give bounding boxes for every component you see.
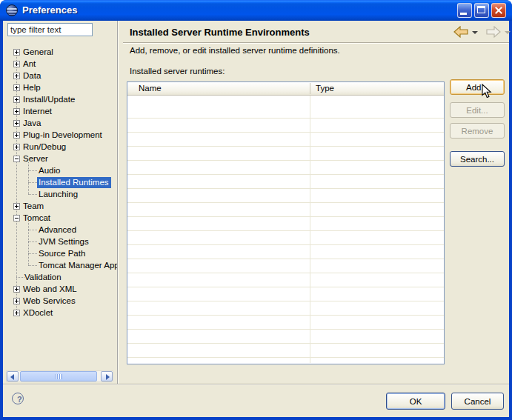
tree-item-label: Install/Update <box>23 95 75 104</box>
expand-plus-icon[interactable] <box>13 108 20 115</box>
column-separator <box>310 96 310 363</box>
add-button[interactable]: Add... <box>450 79 505 95</box>
edit-button[interactable]: Edit... <box>450 102 505 118</box>
column-separator[interactable] <box>310 83 310 94</box>
tree-item-label: Tomcat Manager App <box>39 261 117 270</box>
expand-plus-icon[interactable] <box>13 49 20 56</box>
tree-item-launching[interactable]: Launching <box>3 188 117 200</box>
tree-item-help[interactable]: Help <box>3 81 117 93</box>
back-arrow-icon[interactable] <box>453 26 468 38</box>
tree-item-label: General <box>23 47 53 56</box>
expand-plus-icon[interactable] <box>13 120 20 127</box>
tree-item-team[interactable]: Team <box>3 200 117 212</box>
scroll-left-button[interactable] <box>7 371 19 381</box>
help-button[interactable]: ? <box>12 393 24 404</box>
tree-item-label: XDoclet <box>23 308 53 317</box>
expand-plus-icon[interactable] <box>13 286 20 293</box>
description-text: Add, remove, or edit installed server ru… <box>130 46 340 55</box>
tree-item-audio[interactable]: Audio <box>3 164 117 176</box>
tree-horizontal-scrollbar[interactable] <box>6 370 113 382</box>
tree-item-label: Internet <box>23 107 52 116</box>
tree-item-label: Source Path <box>39 249 85 258</box>
column-header-name[interactable]: Name <box>127 82 310 96</box>
tree-item-server[interactable]: Server <box>3 153 117 164</box>
tree-item-label: Data <box>23 71 41 80</box>
expand-plus-icon[interactable] <box>13 203 20 210</box>
tree-item-advanced[interactable]: Advanced <box>3 224 117 236</box>
tree-item-plugin-development[interactable]: Plug-in Development <box>3 129 117 141</box>
tree-item-run-debug[interactable]: Run/Debug <box>3 141 117 153</box>
tree-item-web-services[interactable]: Web Services <box>3 295 117 307</box>
scroll-right-button[interactable] <box>101 371 113 381</box>
filter-input[interactable] <box>7 23 93 36</box>
expand-plus-icon[interactable] <box>13 73 20 79</box>
ok-button[interactable]: OK <box>386 393 445 410</box>
tree-item-java[interactable]: Java <box>3 117 117 129</box>
tree-item-label: Run/Debug <box>23 142 66 151</box>
tree-item-label: Team <box>23 201 44 210</box>
tree-item-label: Audio <box>39 166 60 175</box>
expand-plus-icon[interactable] <box>13 132 20 139</box>
tree-item-tomcat-manager-app[interactable]: Tomcat Manager App <box>3 259 117 271</box>
close-button[interactable] <box>491 3 506 18</box>
eclipse-icon <box>6 4 18 16</box>
panel-divider-highlight <box>118 21 119 384</box>
tree-item-general[interactable]: General <box>3 46 117 58</box>
expand-plus-icon[interactable] <box>13 96 20 103</box>
table-label: Installed server runtimes: <box>130 67 225 76</box>
tree-item-label: Web Services <box>23 296 76 305</box>
tree-item-ant[interactable]: Ant <box>3 58 117 70</box>
table-body[interactable] <box>127 96 444 364</box>
tree-item-validation[interactable]: Validation <box>3 271 117 283</box>
tree-item-label: Plug-in Development <box>23 130 102 139</box>
tree-item-label: Java <box>23 119 41 127</box>
scroll-left-icon <box>10 374 14 380</box>
tree-item-data[interactable]: Data <box>3 70 117 81</box>
scroll-right-icon <box>106 374 110 380</box>
tree-item-label: Launching <box>39 190 78 199</box>
window-title: Preferences <box>22 0 77 21</box>
expand-plus-icon[interactable] <box>13 310 20 316</box>
column-header-type[interactable]: Type <box>310 82 444 96</box>
back-history-caret-icon[interactable] <box>472 31 478 34</box>
remove-button[interactable]: Remove <box>450 123 505 139</box>
tree-item-xdoclet[interactable]: XDoclet <box>3 307 117 319</box>
tree-item-jvm-settings[interactable]: JVM Settings <box>3 236 117 247</box>
tree-item-source-path[interactable]: Source Path <box>3 247 117 259</box>
minimize-button[interactable] <box>457 3 472 18</box>
tree-item-internet[interactable]: Internet <box>3 105 117 117</box>
tree-item-label: Tomcat <box>23 213 50 222</box>
footer-separator <box>3 384 509 385</box>
tree-item-label: Server <box>23 154 48 163</box>
table-header: Name Type <box>127 82 444 96</box>
header-separator <box>123 42 509 44</box>
tree-item-label: Advanced <box>39 225 76 234</box>
tree-item-label: Web and XML <box>23 284 77 293</box>
tree-item-web-and-xml[interactable]: Web and XML <box>3 283 117 295</box>
maximize-button[interactable] <box>474 3 489 18</box>
expand-plus-icon[interactable] <box>13 84 20 91</box>
collapse-minus-icon[interactable] <box>13 156 20 162</box>
tree-item-install-update[interactable]: Install/Update <box>3 93 117 105</box>
forward-history-caret-icon[interactable] <box>505 31 511 34</box>
collapse-minus-icon[interactable] <box>13 215 20 221</box>
forward-arrow-icon[interactable] <box>486 26 501 38</box>
page-title: Installed Server Runtime Environments <box>130 27 310 38</box>
expand-plus-icon[interactable] <box>13 298 20 304</box>
tree-item-label: JVM Settings <box>39 237 89 246</box>
title-bar[interactable]: Preferences <box>0 0 512 21</box>
search-button[interactable]: Search... <box>450 151 505 167</box>
tree-item-label: Ant <box>23 59 36 68</box>
runtimes-table: Name Type <box>127 81 445 364</box>
tree-item-label: Validation <box>24 273 61 281</box>
expand-plus-icon[interactable] <box>13 61 20 67</box>
expand-plus-icon[interactable] <box>13 144 20 150</box>
tree-item-tomcat[interactable]: Tomcat <box>3 212 117 224</box>
scrollbar-thumb[interactable] <box>20 371 97 381</box>
tree-item-label: Help <box>23 83 41 92</box>
tree-item-installed-runtimes[interactable]: Installed Runtimes <box>3 176 117 188</box>
cancel-button[interactable]: Cancel <box>451 393 504 410</box>
maximize-icon <box>477 6 485 13</box>
minimize-icon <box>460 13 467 15</box>
dialog-body: General Ant Data Help Install/Update Int… <box>3 21 509 417</box>
